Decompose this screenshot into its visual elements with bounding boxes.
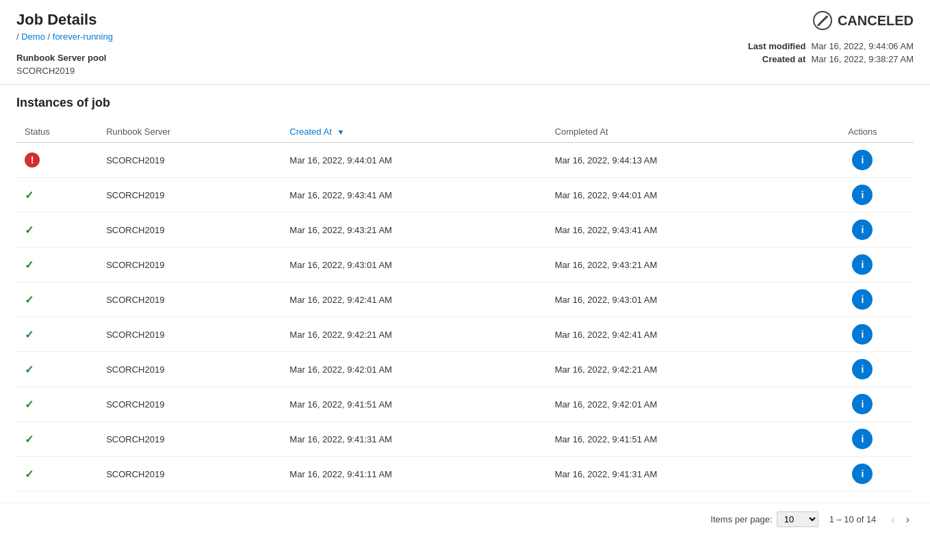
info-button[interactable]: i xyxy=(852,464,873,484)
cell-completed-at: Mar 16, 2022, 9:43:41 AM xyxy=(547,213,812,248)
info-button[interactable]: i xyxy=(852,394,873,414)
cell-status: ✓ xyxy=(16,317,98,352)
canceled-icon xyxy=(813,11,832,30)
pagination-nav: ‹ › xyxy=(887,512,914,527)
cell-completed-at: Mar 16, 2022, 9:41:31 AM xyxy=(547,457,812,492)
breadcrumb-forever-running-link[interactable]: forever-running xyxy=(53,31,113,42)
cell-actions: i xyxy=(812,213,914,248)
instances-table: Status Runbook Server Created At ▼ Compl… xyxy=(16,121,914,492)
cell-status: ✓ xyxy=(16,352,98,387)
cell-created-at: Mar 16, 2022, 9:43:41 AM xyxy=(281,178,546,213)
table-header-row: Status Runbook Server Created At ▼ Compl… xyxy=(16,121,914,143)
cell-status: ✓ xyxy=(16,457,98,492)
pagination-bar: Items per page: 5102050 1 – 10 of 14 ‹ › xyxy=(0,503,930,535)
breadcrumb-demo-link[interactable]: Demo xyxy=(21,31,45,42)
cell-completed-at: Mar 16, 2022, 9:42:41 AM xyxy=(547,317,812,352)
table-row: !SCORCH2019Mar 16, 2022, 9:44:01 AMMar 1… xyxy=(16,143,914,178)
info-button[interactable]: i xyxy=(852,219,873,240)
cell-runbook-server: SCORCH2019 xyxy=(98,352,281,387)
cell-status: ✓ xyxy=(16,178,98,213)
cell-created-at: Mar 16, 2022, 9:42:21 AM xyxy=(281,317,546,352)
created-at-row: Created at Mar 16, 2022, 9:38:27 AM xyxy=(762,54,914,64)
status-label: CANCELED xyxy=(838,13,914,29)
info-button[interactable]: i xyxy=(852,150,873,170)
cell-status: ✓ xyxy=(16,387,98,422)
cell-completed-at: Mar 16, 2022, 9:42:21 AM xyxy=(547,352,812,387)
pagination-next-button[interactable]: › xyxy=(902,512,914,527)
cell-status: ! xyxy=(16,143,98,178)
table-row: ✓SCORCH2019Mar 16, 2022, 9:43:41 AMMar 1… xyxy=(16,178,914,213)
last-modified-label: Last modified xyxy=(748,41,806,51)
cell-actions: i xyxy=(812,422,914,457)
success-icon: ✓ xyxy=(25,399,34,410)
cell-created-at: Mar 16, 2022, 9:41:31 AM xyxy=(281,422,546,457)
items-per-page-select[interactable]: 5102050 xyxy=(777,511,818,527)
cell-runbook-server: SCORCH2019 xyxy=(98,213,281,248)
cell-actions: i xyxy=(812,282,914,317)
success-icon: ✓ xyxy=(25,468,34,480)
table-row: ✓SCORCH2019Mar 16, 2022, 9:41:51 AMMar 1… xyxy=(16,387,914,422)
success-icon: ✓ xyxy=(25,329,34,341)
cell-created-at: Mar 16, 2022, 9:43:01 AM xyxy=(281,248,546,282)
cell-actions: i xyxy=(812,457,914,492)
cell-status: ✓ xyxy=(16,248,98,282)
cell-completed-at: Mar 16, 2022, 9:43:21 AM xyxy=(547,248,812,282)
info-button[interactable]: i xyxy=(852,429,873,449)
table-row: ✓SCORCH2019Mar 16, 2022, 9:41:11 AMMar 1… xyxy=(16,457,914,492)
cell-actions: i xyxy=(812,317,914,352)
header-right: CANCELED Last modified Mar 16, 2022, 9:4… xyxy=(748,11,914,64)
success-icon: ✓ xyxy=(25,189,34,201)
instances-title: Instances of job xyxy=(16,96,914,110)
info-button[interactable]: i xyxy=(852,289,873,310)
info-button[interactable]: i xyxy=(852,254,873,275)
cell-created-at: Mar 16, 2022, 9:44:01 AM xyxy=(281,143,546,178)
instances-section: Instances of job Status Runbook Server C… xyxy=(0,85,930,503)
table-row: ✓SCORCH2019Mar 16, 2022, 9:42:41 AMMar 1… xyxy=(16,282,914,317)
info-button[interactable]: i xyxy=(852,185,873,205)
meta-row: Last modified Mar 16, 2022, 9:44:06 AM xyxy=(748,41,914,51)
cell-completed-at: Mar 16, 2022, 9:44:13 AM xyxy=(547,143,812,178)
cell-created-at: Mar 16, 2022, 9:41:11 AM xyxy=(281,457,546,492)
status-badge: CANCELED xyxy=(813,11,914,30)
col-header-actions: Actions xyxy=(812,121,914,143)
cell-actions: i xyxy=(812,352,914,387)
created-at-label: Created at xyxy=(762,54,806,64)
success-icon: ✓ xyxy=(25,434,34,445)
info-button[interactable]: i xyxy=(852,324,873,345)
table-row: ✓SCORCH2019Mar 16, 2022, 9:41:31 AMMar 1… xyxy=(16,422,914,457)
cell-runbook-server: SCORCH2019 xyxy=(98,282,281,317)
pagination-prev-button[interactable]: ‹ xyxy=(887,512,899,527)
cell-completed-at: Mar 16, 2022, 9:43:01 AM xyxy=(547,282,812,317)
cell-completed-at: Mar 16, 2022, 9:42:01 AM xyxy=(547,387,812,422)
cell-runbook-server: SCORCH2019 xyxy=(98,143,281,178)
cell-runbook-server: SCORCH2019 xyxy=(98,422,281,457)
cell-created-at: Mar 16, 2022, 9:43:21 AM xyxy=(281,213,546,248)
created-at-item: Created at Mar 16, 2022, 9:38:27 AM xyxy=(762,54,914,64)
info-button[interactable]: i xyxy=(852,359,873,379)
runbook-server-pool-value: SCORCH2019 xyxy=(16,66,113,76)
cell-actions: i xyxy=(812,143,914,178)
success-icon: ✓ xyxy=(25,224,34,236)
last-modified-value: Mar 16, 2022, 9:44:06 AM xyxy=(811,41,914,51)
col-header-status: Status xyxy=(16,121,98,143)
page-title: Job Details xyxy=(16,11,113,29)
col-header-completed-at: Completed At xyxy=(547,121,812,143)
cell-actions: i xyxy=(812,248,914,282)
table-row: ✓SCORCH2019Mar 16, 2022, 9:42:01 AMMar 1… xyxy=(16,352,914,387)
breadcrumb: / Demo / forever-running xyxy=(16,31,113,42)
cell-status: ✓ xyxy=(16,213,98,248)
cell-created-at: Mar 16, 2022, 9:42:01 AM xyxy=(281,352,546,387)
col-header-created-at[interactable]: Created At ▼ xyxy=(281,121,546,143)
cell-completed-at: Mar 16, 2022, 9:41:51 AM xyxy=(547,422,812,457)
col-header-runbook-server: Runbook Server xyxy=(98,121,281,143)
table-row: ✓SCORCH2019Mar 16, 2022, 9:43:21 AMMar 1… xyxy=(16,213,914,248)
cell-runbook-server: SCORCH2019 xyxy=(98,248,281,282)
error-icon: ! xyxy=(25,152,40,168)
success-icon: ✓ xyxy=(25,364,34,375)
table-row: ✓SCORCH2019Mar 16, 2022, 9:42:21 AMMar 1… xyxy=(16,317,914,352)
cell-status: ✓ xyxy=(16,282,98,317)
cell-actions: i xyxy=(812,387,914,422)
success-icon: ✓ xyxy=(25,259,34,271)
breadcrumb-separator2: / xyxy=(48,31,53,42)
cell-actions: i xyxy=(812,178,914,213)
